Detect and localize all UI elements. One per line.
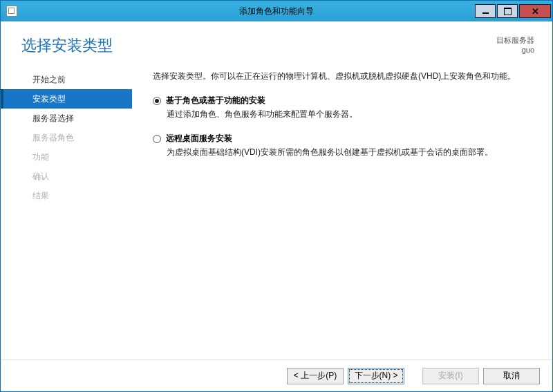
sidebar-item-results: 结果 [1,186,132,205]
radio-role-based[interactable] [153,97,161,105]
intro-text: 选择安装类型。你可以在正在运行的物理计算机、虚拟机或脱机虚拟硬盘(VHD)上安装… [153,70,532,82]
close-button[interactable]: ✕ [519,4,551,18]
target-server-value: guo [496,45,534,55]
window-title: 添加角色和功能向导 [239,6,314,17]
titlebar[interactable]: 添加角色和功能向导 ✕ [1,1,552,21]
sidebar-item-before-you-begin[interactable]: 开始之前 [1,70,132,89]
footer-buttons: < 上一步(P) 下一步(N) > 安装(I) 取消 [1,360,552,391]
sidebar-item-installation-type[interactable]: 安装类型 [1,89,132,109]
content-area: 选择安装类型 目标服务器 guo 开始之前 安装类型 服务器选择 服务器角色 功… [1,21,552,391]
next-button[interactable]: 下一步(N) > [348,368,404,384]
option-remote-desktop[interactable]: 远程桌面服务安装 为虚拟桌面基础结构(VDI)安装所需的角色服务以创建基于虚拟机… [153,133,532,158]
sidebar-item-server-selection[interactable]: 服务器选择 [1,109,132,128]
window-controls: ✕ [475,4,552,18]
target-server-box: 目标服务器 guo [496,35,534,55]
option-title: 远程桌面服务安装 [166,133,232,144]
app-icon [6,6,17,17]
sidebar-item-features: 功能 [1,147,132,167]
sidebar-item-server-roles: 服务器角色 [1,128,132,147]
maximize-button[interactable] [497,4,518,18]
page-title: 选择安装类型 [21,35,496,56]
install-button: 安装(I) [422,368,479,384]
option-title: 基于角色或基于功能的安装 [166,95,265,106]
option-desc: 通过添加角色、角色服务和功能来配置单个服务器。 [167,109,532,120]
wizard-window: 添加角色和功能向导 ✕ 选择安装类型 目标服务器 guo 开始之前 安装类型 服… [0,0,553,392]
option-role-based[interactable]: 基于角色或基于功能的安装 通过添加角色、角色服务和功能来配置单个服务器。 [153,95,532,120]
option-desc: 为虚拟桌面基础结构(VDI)安装所需的角色服务以创建基于虚拟机或基于会话的桌面部… [167,147,532,158]
main-panel: 选择安装类型。你可以在正在运行的物理计算机、虚拟机或脱机虚拟硬盘(VHD)上安装… [132,63,552,360]
minimize-button[interactable] [475,4,496,18]
previous-button[interactable]: < 上一步(P) [287,368,344,384]
sidebar-steps: 开始之前 安装类型 服务器选择 服务器角色 功能 确认 结果 [1,63,132,360]
target-server-label: 目标服务器 [496,35,534,45]
sidebar-item-confirmation: 确认 [1,167,132,186]
radio-remote-desktop[interactable] [153,135,161,143]
cancel-button[interactable]: 取消 [483,368,540,384]
